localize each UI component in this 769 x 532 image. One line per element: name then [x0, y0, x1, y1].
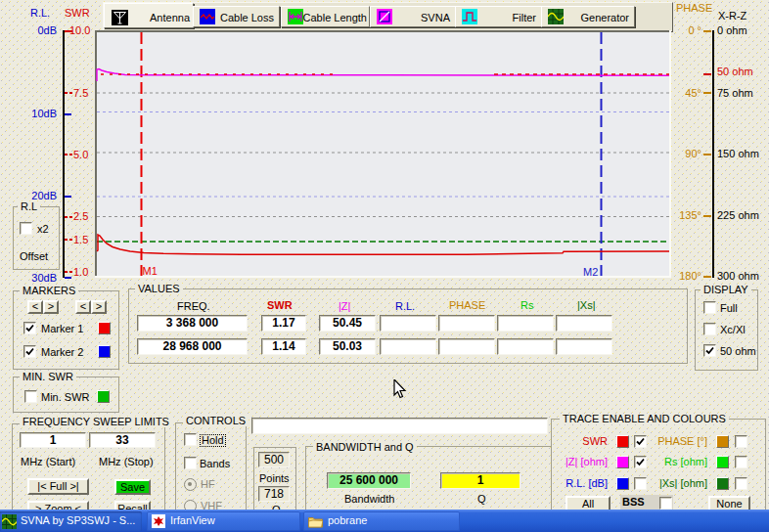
svg-text:M1: M1: [143, 265, 158, 277]
svg-text:M2: M2: [583, 266, 598, 278]
